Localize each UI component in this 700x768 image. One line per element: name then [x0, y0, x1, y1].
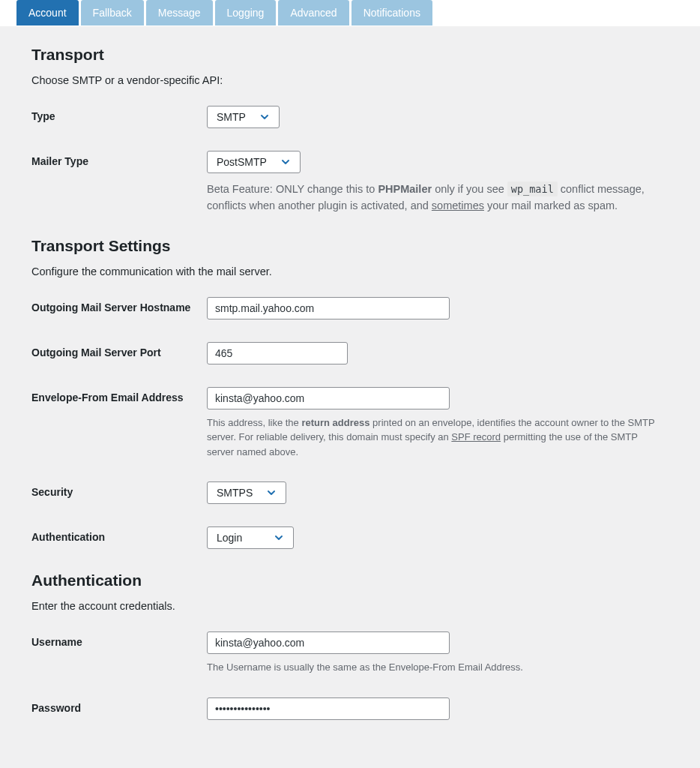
security-select-value: SMTPS — [217, 487, 253, 499]
password-label: Password — [31, 688, 207, 714]
transport-settings-desc: Configure the communication with the mai… — [31, 266, 669, 278]
authentication-desc: Enter the account credentials. — [31, 600, 669, 612]
password-input[interactable] — [207, 698, 450, 720]
mailer-type-select[interactable]: PostSMTP — [207, 151, 301, 173]
envelope-input[interactable] — [207, 387, 450, 410]
chevron-down-icon — [272, 531, 286, 544]
security-label: Security — [31, 482, 207, 498]
hostname-input[interactable] — [207, 297, 450, 320]
transport-settings-heading: Transport Settings — [31, 237, 669, 255]
hostname-label: Outgoing Mail Server Hostname — [31, 297, 207, 314]
envelope-label: Envelope-From Email Address — [31, 387, 207, 404]
envelope-help: This address, like the return address pr… — [207, 416, 664, 460]
username-input[interactable] — [207, 632, 450, 654]
chevron-down-icon — [265, 486, 278, 500]
transport-heading: Transport — [31, 46, 669, 64]
authentication-label: Authentication — [31, 526, 207, 543]
tab-message[interactable]: Message — [146, 0, 213, 26]
type-select[interactable]: SMTP — [207, 106, 280, 128]
sometimes-link[interactable]: sometimes — [432, 200, 484, 212]
port-label: Outgoing Mail Server Port — [31, 342, 207, 358]
port-input[interactable] — [207, 342, 348, 364]
transport-desc: Choose SMTP or a vendor-specific API: — [31, 74, 669, 86]
spf-record-link[interactable]: SPF record — [451, 431, 501, 442]
tab-advanced[interactable]: Advanced — [278, 0, 349, 26]
wp-mail-code: wp_mail — [507, 182, 558, 196]
mailer-type-select-value: PostSMTP — [217, 156, 267, 168]
security-select[interactable]: SMTPS — [207, 482, 286, 504]
chevron-down-icon — [258, 110, 271, 124]
mailer-type-help: Beta Feature: ONLY change this to PHPMai… — [207, 181, 654, 214]
username-help: The Username is usually the same as the … — [207, 660, 664, 675]
tab-bar: Account Fallback Message Logging Advance… — [0, 0, 700, 26]
tab-account[interactable]: Account — [16, 0, 79, 26]
type-select-value: SMTP — [217, 111, 246, 123]
mailer-type-label: Mailer Type — [31, 151, 207, 167]
tab-fallback[interactable]: Fallback — [81, 0, 144, 26]
tab-notifications[interactable]: Notifications — [351, 0, 432, 26]
chevron-down-icon — [279, 155, 292, 169]
type-label: Type — [31, 106, 207, 122]
authentication-select-value: Login — [217, 532, 242, 544]
authentication-heading: Authentication — [31, 572, 669, 590]
tab-logging[interactable]: Logging — [215, 0, 277, 26]
authentication-select[interactable]: Login — [207, 526, 294, 549]
username-label: Username — [31, 632, 207, 648]
